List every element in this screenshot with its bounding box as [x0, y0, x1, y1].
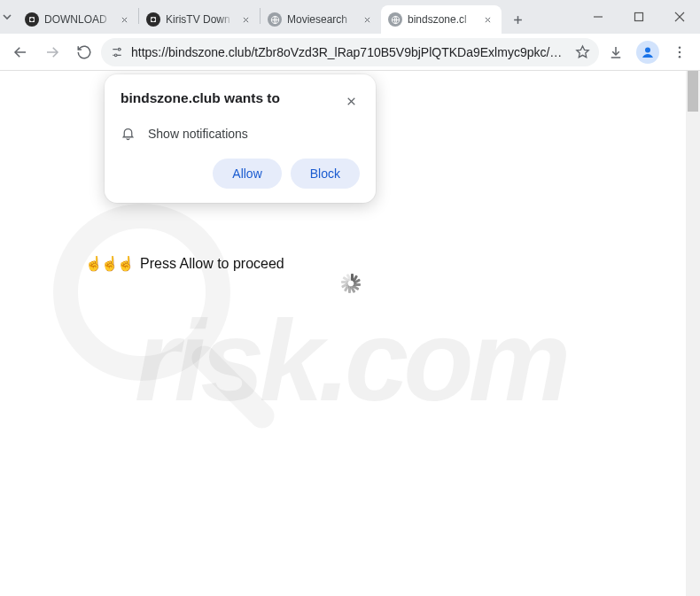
toolbar: https://bindszone.club/tZbr8oVzd3R_lRap7…	[0, 34, 700, 71]
scrollbar-thumb[interactable]	[688, 71, 698, 112]
close-window-button[interactable]	[659, 0, 700, 34]
downloads-icon[interactable]	[601, 37, 631, 67]
block-button[interactable]: Block	[291, 159, 360, 189]
pointing-up-emoji-icon: ☝☝☝	[85, 255, 133, 272]
tab-bindszone[interactable]: bindszone.cl	[381, 5, 502, 34]
globe-icon	[268, 12, 282, 27]
svg-point-22	[114, 54, 117, 57]
tab-kiristv[interactable]: ◘ KirisTV Down	[139, 5, 260, 34]
bookmark-star-icon[interactable]	[575, 44, 590, 59]
favicon-icon: ◘	[146, 12, 160, 27]
new-tab-button[interactable]	[505, 7, 530, 32]
svg-point-27	[645, 47, 650, 52]
bell-icon	[121, 126, 136, 141]
svg-marker-24	[577, 46, 588, 58]
tab-search-chevron[interactable]	[0, 0, 14, 34]
svg-point-19	[118, 48, 121, 50]
viewport: risk.com ☝☝☝ Press Allow to proceed bind…	[0, 71, 700, 596]
page-prompt-text: Press Allow to proceed	[140, 256, 284, 272]
close-icon[interactable]	[238, 12, 253, 27]
globe-icon	[388, 12, 402, 27]
svg-point-30	[679, 55, 681, 58]
site-settings-icon[interactable]	[110, 45, 124, 59]
close-icon[interactable]	[360, 12, 374, 27]
allow-button[interactable]: Allow	[213, 159, 281, 189]
minimize-button[interactable]	[578, 0, 618, 34]
tab-download[interactable]: ◘ DOWNLOAD	[18, 5, 138, 34]
kebab-menu-icon[interactable]	[665, 37, 695, 67]
svg-point-29	[679, 50, 681, 53]
permission-item-label: Show notifications	[148, 127, 248, 141]
watermark-text: risk.com	[135, 294, 566, 427]
page-prompt: ☝☝☝ Press Allow to proceed	[85, 255, 284, 272]
notification-permission-dialog: bindszone.club wants to Show notificatio…	[105, 74, 376, 203]
close-icon[interactable]	[480, 12, 494, 27]
close-icon[interactable]	[117, 12, 131, 27]
permission-item: Show notifications	[121, 126, 360, 141]
tab-title: bindszone.cl	[408, 13, 475, 26]
permission-title: bindszone.club wants to	[121, 90, 280, 106]
titlebar: ◘ DOWNLOAD ◘ KirisTV Down Moviesearch bi…	[0, 0, 700, 34]
vertical-scrollbar[interactable]	[686, 71, 700, 596]
maximize-button[interactable]	[618, 0, 659, 34]
address-bar[interactable]: https://bindszone.club/tZbr8oVzd3R_lRap7…	[101, 38, 599, 66]
svg-rect-13	[635, 13, 643, 21]
tab-moviesearch[interactable]: Moviesearch	[261, 5, 381, 34]
back-button[interactable]	[5, 37, 35, 67]
loading-spinner-icon	[338, 271, 363, 296]
url-text: https://bindszone.club/tZbr8oVzd3R_lRap7…	[131, 45, 568, 59]
tab-title: KirisTV Down	[166, 13, 233, 26]
favicon-icon: ◘	[25, 12, 39, 27]
forward-button[interactable]	[37, 37, 67, 67]
profile-avatar[interactable]	[636, 41, 659, 64]
close-icon[interactable]	[342, 92, 360, 110]
svg-point-28	[679, 46, 681, 49]
window-controls	[578, 0, 700, 34]
reload-button[interactable]	[69, 37, 99, 67]
tab-title: DOWNLOAD	[44, 13, 112, 26]
magnifier-watermark-icon	[53, 204, 230, 381]
tab-title: Moviesearch	[287, 13, 354, 26]
